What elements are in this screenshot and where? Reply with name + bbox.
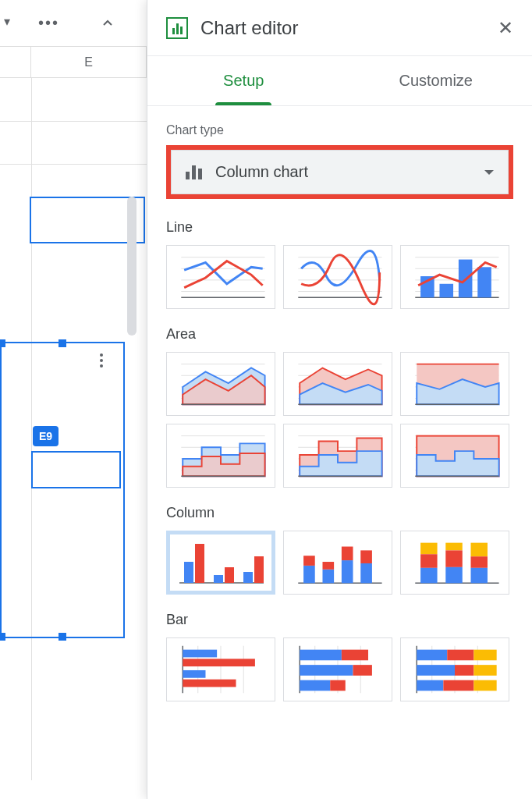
svg-rect-106 [447,650,473,661]
highlight-annotation: Column chart [166,145,513,199]
chart-object-selection[interactable] [0,342,125,638]
chevron-up-icon[interactable] [98,14,117,33]
svg-rect-108 [417,665,455,676]
chart-editor-panel: Chart editor ✕ Setup Customize Chart typ… [147,0,532,799]
svg-rect-67 [322,570,334,584]
svg-rect-75 [420,554,437,568]
svg-rect-89 [183,670,205,678]
section-bar-label: Bar [166,612,513,628]
chart-more-vertical-icon[interactable] [92,351,111,370]
chart-editor-icon [166,17,188,39]
svg-rect-81 [470,556,487,568]
svg-rect-99 [300,680,330,691]
svg-rect-109 [455,665,473,676]
svg-rect-95 [300,650,342,661]
column-chart-stacked[interactable] [283,531,392,595]
chart-type-label: Chart type [166,123,513,137]
svg-rect-87 [183,650,217,658]
stepped-area-chart[interactable] [166,424,275,488]
svg-rect-60 [214,575,223,583]
svg-rect-18 [477,267,491,297]
svg-rect-90 [183,680,236,687]
bar-chart-basic[interactable] [166,637,275,701]
bar-chart-stacked[interactable] [283,637,392,701]
column-chart-basic[interactable] [166,531,275,595]
chart-type-value: Column chart [215,163,473,181]
line-chart-smooth[interactable] [283,245,392,309]
active-cell[interactable] [31,451,121,488]
col-header-e[interactable]: E [31,47,147,77]
svg-rect-59 [195,544,204,583]
svg-rect-78 [445,550,462,566]
svg-rect-68 [322,562,334,570]
svg-rect-66 [303,556,315,566]
svg-rect-82 [470,568,487,584]
svg-rect-76 [420,568,437,584]
column-headers: E [0,47,147,78]
area-chart-100-stacked[interactable] [400,352,509,416]
svg-rect-65 [303,566,315,583]
spreadsheet-background: ▾ ••• E E9 [0,0,147,799]
svg-rect-107 [473,650,496,661]
stepped-area-100-stacked[interactable] [400,424,509,488]
line-chart-basic[interactable] [166,245,275,309]
svg-rect-63 [254,556,264,583]
col-header-blank[interactable] [0,47,31,77]
svg-rect-71 [360,563,372,583]
tabs: Setup Customize [147,56,532,106]
svg-rect-111 [417,680,443,691]
column-chart-100-stacked[interactable] [400,531,509,595]
svg-rect-100 [330,680,346,691]
section-line-label: Line [166,219,513,236]
area-chart-stacked[interactable] [283,352,392,416]
svg-rect-79 [445,567,462,583]
area-chart-grid [166,352,513,488]
sheet-toolbar: ▾ ••• [0,0,147,47]
svg-rect-113 [473,680,496,691]
tab-setup[interactable]: Setup [147,56,340,105]
column-chart-grid [166,531,513,595]
svg-rect-88 [183,659,255,666]
panel-body: Chart type Column chart Line Area [147,106,532,736]
close-icon[interactable]: ✕ [498,17,513,39]
scroll-indicator[interactable] [127,197,137,336]
svg-rect-97 [300,665,353,676]
svg-rect-112 [443,680,473,691]
svg-rect-77 [445,543,462,551]
svg-rect-58 [184,562,193,583]
section-area-label: Area [166,326,513,343]
tab-customize[interactable]: Customize [340,56,533,105]
svg-rect-16 [439,284,453,298]
more-horizontal-icon[interactable]: ••• [38,14,59,32]
svg-rect-96 [342,650,368,661]
line-chart-grid [166,245,513,309]
panel-title: Chart editor [200,17,485,39]
svg-rect-70 [342,547,353,561]
svg-rect-110 [473,665,496,676]
stepped-area-stacked[interactable] [283,424,392,488]
svg-rect-74 [420,543,437,555]
combo-chart[interactable] [400,245,509,309]
area-chart-basic[interactable] [166,352,275,416]
svg-rect-62 [243,572,253,583]
dropdown-caret-icon[interactable]: ▾ [4,14,23,33]
svg-rect-69 [342,560,353,583]
svg-rect-80 [470,543,487,557]
panel-header: Chart editor ✕ [147,0,532,56]
bar-chart-100-stacked[interactable] [400,637,509,701]
bar-chart-grid [166,637,513,701]
svg-rect-72 [360,550,372,563]
chevron-down-icon [484,170,494,175]
column-chart-icon [186,165,204,179]
svg-rect-105 [417,650,447,661]
cells-area[interactable]: E9 [0,78,147,780]
svg-rect-61 [225,567,234,583]
cell-reference-badge: E9 [33,426,59,446]
section-column-label: Column [166,505,513,521]
chart-type-dropdown[interactable]: Column chart [171,150,509,194]
svg-rect-98 [353,665,372,676]
